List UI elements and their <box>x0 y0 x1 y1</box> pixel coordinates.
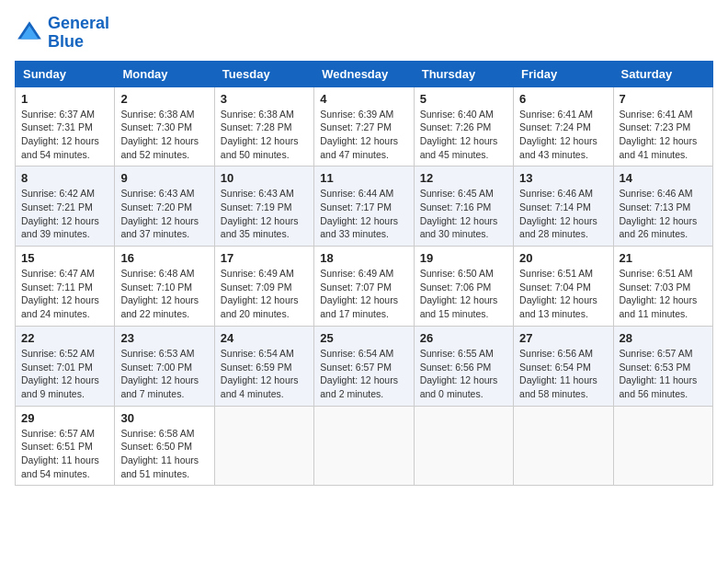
day-number: 4 <box>320 92 407 106</box>
day-info: Sunrise: 6:56 AM Sunset: 6:54 PM Dayligh… <box>519 347 607 401</box>
day-number: 22 <box>21 331 108 345</box>
day-info: Sunrise: 6:46 AM Sunset: 7:13 PM Dayligh… <box>620 187 707 241</box>
weekday-header-cell: Sunday <box>16 61 115 86</box>
day-info: Sunrise: 6:49 AM Sunset: 7:09 PM Dayligh… <box>221 267 308 321</box>
day-number: 13 <box>519 171 607 185</box>
calendar-cell: 15 Sunrise: 6:47 AM Sunset: 7:11 PM Dayl… <box>16 247 115 327</box>
day-info: Sunrise: 6:41 AM Sunset: 7:24 PM Dayligh… <box>519 108 607 162</box>
day-info: Sunrise: 6:41 AM Sunset: 7:23 PM Dayligh… <box>620 108 707 162</box>
calendar-cell: 17 Sunrise: 6:49 AM Sunset: 7:09 PM Dayl… <box>214 247 313 327</box>
weekday-header-cell: Monday <box>115 61 214 86</box>
calendar-cell: 16 Sunrise: 6:48 AM Sunset: 7:10 PM Dayl… <box>115 247 214 327</box>
calendar-cell: 30 Sunrise: 6:58 AM Sunset: 6:50 PM Dayl… <box>115 406 214 486</box>
day-number: 3 <box>221 92 308 106</box>
logo-icon <box>15 18 44 48</box>
day-number: 5 <box>420 92 507 106</box>
day-number: 21 <box>620 251 707 265</box>
weekday-header-cell: Friday <box>514 61 613 86</box>
calendar-cell <box>414 406 513 486</box>
day-number: 1 <box>21 92 108 106</box>
day-info: Sunrise: 6:38 AM Sunset: 7:28 PM Dayligh… <box>221 108 308 162</box>
calendar-cell: 23 Sunrise: 6:53 AM Sunset: 7:00 PM Dayl… <box>115 326 214 406</box>
day-number: 11 <box>320 171 407 185</box>
day-info: Sunrise: 6:55 AM Sunset: 6:56 PM Dayligh… <box>420 347 507 401</box>
day-info: Sunrise: 6:47 AM Sunset: 7:11 PM Dayligh… <box>21 267 108 321</box>
day-number: 8 <box>21 171 108 185</box>
day-info: Sunrise: 6:51 AM Sunset: 7:04 PM Dayligh… <box>519 267 607 321</box>
calendar-cell: 20 Sunrise: 6:51 AM Sunset: 7:04 PM Dayl… <box>514 247 613 327</box>
day-number: 12 <box>420 171 507 185</box>
calendar-cell: 7 Sunrise: 6:41 AM Sunset: 7:23 PM Dayli… <box>613 86 712 167</box>
day-info: Sunrise: 6:57 AM Sunset: 6:53 PM Dayligh… <box>620 347 707 401</box>
day-number: 15 <box>21 251 108 265</box>
day-info: Sunrise: 6:57 AM Sunset: 6:51 PM Dayligh… <box>21 427 108 481</box>
page-header: General Blue <box>15 15 713 52</box>
day-info: Sunrise: 6:43 AM Sunset: 7:20 PM Dayligh… <box>120 187 208 241</box>
calendar-cell: 21 Sunrise: 6:51 AM Sunset: 7:03 PM Dayl… <box>613 247 712 327</box>
weekday-header-row: SundayMondayTuesdayWednesdayThursdayFrid… <box>16 61 713 86</box>
day-info: Sunrise: 6:49 AM Sunset: 7:07 PM Dayligh… <box>320 267 407 321</box>
day-info: Sunrise: 6:53 AM Sunset: 7:00 PM Dayligh… <box>120 347 208 401</box>
calendar-cell: 9 Sunrise: 6:43 AM Sunset: 7:20 PM Dayli… <box>115 167 214 247</box>
weekday-header-cell: Wednesday <box>314 61 414 86</box>
day-number: 29 <box>21 411 108 425</box>
day-info: Sunrise: 6:50 AM Sunset: 7:06 PM Dayligh… <box>420 267 507 321</box>
day-info: Sunrise: 6:39 AM Sunset: 7:27 PM Dayligh… <box>320 108 407 162</box>
calendar-table: SundayMondayTuesdayWednesdayThursdayFrid… <box>15 61 713 487</box>
day-number: 30 <box>120 411 208 425</box>
calendar-week-row: 8 Sunrise: 6:42 AM Sunset: 7:21 PM Dayli… <box>16 167 713 247</box>
calendar-cell: 11 Sunrise: 6:44 AM Sunset: 7:17 PM Dayl… <box>314 167 414 247</box>
calendar-week-row: 1 Sunrise: 6:37 AM Sunset: 7:31 PM Dayli… <box>16 86 713 167</box>
day-info: Sunrise: 6:42 AM Sunset: 7:21 PM Dayligh… <box>21 187 108 241</box>
calendar-cell: 14 Sunrise: 6:46 AM Sunset: 7:13 PM Dayl… <box>613 167 712 247</box>
calendar-cell: 8 Sunrise: 6:42 AM Sunset: 7:21 PM Dayli… <box>16 167 115 247</box>
calendar-cell: 5 Sunrise: 6:40 AM Sunset: 7:26 PM Dayli… <box>414 86 513 167</box>
calendar-cell: 24 Sunrise: 6:54 AM Sunset: 6:59 PM Dayl… <box>214 326 313 406</box>
weekday-header-cell: Tuesday <box>214 61 313 86</box>
day-number: 28 <box>620 331 707 345</box>
calendar-cell: 25 Sunrise: 6:54 AM Sunset: 6:57 PM Dayl… <box>314 326 414 406</box>
calendar-cell: 12 Sunrise: 6:45 AM Sunset: 7:16 PM Dayl… <box>414 167 513 247</box>
calendar-cell: 6 Sunrise: 6:41 AM Sunset: 7:24 PM Dayli… <box>514 86 613 167</box>
day-number: 6 <box>519 92 607 106</box>
day-number: 17 <box>221 251 308 265</box>
day-number: 26 <box>420 331 507 345</box>
day-info: Sunrise: 6:52 AM Sunset: 7:01 PM Dayligh… <box>21 347 108 401</box>
day-number: 7 <box>620 92 707 106</box>
day-number: 25 <box>320 331 407 345</box>
day-number: 24 <box>221 331 308 345</box>
day-number: 23 <box>120 331 208 345</box>
day-number: 20 <box>519 251 607 265</box>
day-info: Sunrise: 6:38 AM Sunset: 7:30 PM Dayligh… <box>120 108 208 162</box>
day-number: 9 <box>120 171 208 185</box>
calendar-week-row: 15 Sunrise: 6:47 AM Sunset: 7:11 PM Dayl… <box>16 247 713 327</box>
day-number: 19 <box>420 251 507 265</box>
calendar-cell: 2 Sunrise: 6:38 AM Sunset: 7:30 PM Dayli… <box>115 86 214 167</box>
day-info: Sunrise: 6:44 AM Sunset: 7:17 PM Dayligh… <box>320 187 407 241</box>
day-number: 14 <box>620 171 707 185</box>
calendar-body: 1 Sunrise: 6:37 AM Sunset: 7:31 PM Dayli… <box>16 86 713 486</box>
day-number: 16 <box>120 251 208 265</box>
calendar-week-row: 22 Sunrise: 6:52 AM Sunset: 7:01 PM Dayl… <box>16 326 713 406</box>
day-info: Sunrise: 6:40 AM Sunset: 7:26 PM Dayligh… <box>420 108 507 162</box>
day-number: 18 <box>320 251 407 265</box>
day-info: Sunrise: 6:48 AM Sunset: 7:10 PM Dayligh… <box>120 267 208 321</box>
day-number: 2 <box>120 92 208 106</box>
calendar-cell: 18 Sunrise: 6:49 AM Sunset: 7:07 PM Dayl… <box>314 247 414 327</box>
day-number: 10 <box>221 171 308 185</box>
weekday-header-cell: Saturday <box>613 61 712 86</box>
weekday-header-cell: Thursday <box>414 61 513 86</box>
calendar-cell: 28 Sunrise: 6:57 AM Sunset: 6:53 PM Dayl… <box>613 326 712 406</box>
calendar-cell <box>514 406 613 486</box>
calendar-cell: 29 Sunrise: 6:57 AM Sunset: 6:51 PM Dayl… <box>16 406 115 486</box>
calendar-cell: 3 Sunrise: 6:38 AM Sunset: 7:28 PM Dayli… <box>214 86 313 167</box>
logo-text-blue: Blue <box>48 33 109 52</box>
calendar-cell: 22 Sunrise: 6:52 AM Sunset: 7:01 PM Dayl… <box>16 326 115 406</box>
day-info: Sunrise: 6:51 AM Sunset: 7:03 PM Dayligh… <box>620 267 707 321</box>
calendar-cell: 1 Sunrise: 6:37 AM Sunset: 7:31 PM Dayli… <box>16 86 115 167</box>
day-info: Sunrise: 6:58 AM Sunset: 6:50 PM Dayligh… <box>120 427 208 481</box>
calendar-week-row: 29 Sunrise: 6:57 AM Sunset: 6:51 PM Dayl… <box>16 406 713 486</box>
calendar-cell <box>613 406 712 486</box>
logo: General Blue <box>15 15 109 52</box>
calendar-cell <box>214 406 313 486</box>
